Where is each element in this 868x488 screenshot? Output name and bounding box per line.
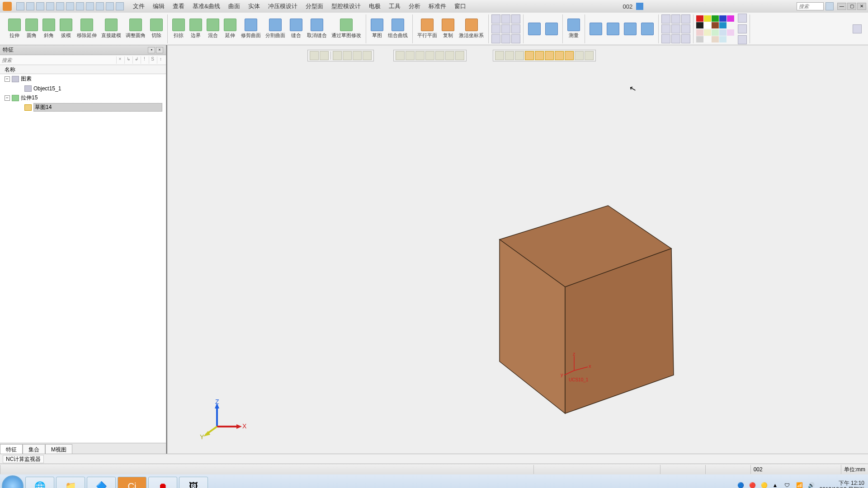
collapse-icon[interactable]: − bbox=[5, 95, 10, 101]
menu-press[interactable]: 冲压模设计 bbox=[264, 0, 301, 12]
ribbon-sketch-mod[interactable]: 通过草图修改 bbox=[330, 18, 363, 40]
mold1-icon[interactable] bbox=[495, 51, 504, 60]
mold4-icon[interactable] bbox=[525, 51, 534, 60]
ribbon-chamfer[interactable]: 斜角 bbox=[41, 18, 57, 40]
qat-save-icon[interactable] bbox=[16, 2, 24, 10]
ribbon-extrude[interactable]: 拉伸 bbox=[6, 18, 23, 40]
task-item-cimatron[interactable]: Ci bbox=[118, 477, 146, 488]
minimize-button[interactable]: — bbox=[837, 3, 846, 10]
ribbon-fillet[interactable]: 圆角 bbox=[24, 18, 40, 40]
tab-features[interactable]: 特征 bbox=[0, 444, 23, 454]
close-button[interactable]: ✕ bbox=[857, 3, 866, 10]
ribbon-direct[interactable]: 直接建模 bbox=[99, 18, 123, 40]
color-swatch[interactable] bbox=[712, 29, 719, 36]
eyedropper-icon[interactable] bbox=[738, 24, 747, 33]
menu-cavity[interactable]: 型腔模设计 bbox=[328, 0, 364, 12]
color-swatch[interactable] bbox=[704, 15, 711, 22]
color-swatch[interactable] bbox=[704, 29, 711, 36]
vis3-icon[interactable] bbox=[435, 51, 444, 60]
qat-btn10-icon[interactable] bbox=[106, 2, 114, 10]
ribbon-dim-grid[interactable] bbox=[491, 14, 520, 43]
qat-open-icon[interactable] bbox=[26, 2, 34, 10]
search-opt-s[interactable]: S bbox=[149, 56, 156, 64]
filter4-icon[interactable] bbox=[363, 51, 372, 60]
search-opt5-icon[interactable]: ↕ bbox=[157, 56, 164, 64]
ribbon-zoom-fit[interactable] bbox=[622, 22, 638, 36]
mold6-icon[interactable] bbox=[545, 51, 554, 60]
ribbon-link[interactable] bbox=[526, 22, 542, 36]
collapse-icon[interactable]: − bbox=[5, 76, 10, 82]
maximize-button[interactable]: ▢ bbox=[847, 3, 856, 10]
filter1-icon[interactable] bbox=[333, 51, 342, 60]
ribbon-measure[interactable]: 测量 bbox=[566, 18, 582, 40]
color-swatch[interactable] bbox=[712, 15, 719, 22]
panel-close-icon[interactable]: × bbox=[156, 47, 163, 53]
mold8-icon[interactable] bbox=[565, 51, 574, 60]
menu-datum[interactable]: 基准&曲线 bbox=[189, 0, 224, 12]
tree-node-sketch14[interactable]: 草图14 bbox=[0, 103, 166, 112]
menu-electrode[interactable]: 电极 bbox=[365, 0, 384, 12]
feature-tree[interactable]: − 图素 Object15_1 − 拉伸15 草图14 bbox=[0, 74, 166, 443]
color-swatch[interactable] bbox=[712, 22, 719, 28]
lines-icon[interactable] bbox=[738, 14, 747, 23]
taskbar-clock[interactable]: 下午 12:10 2019/12/13 星期五 bbox=[820, 480, 864, 488]
color-grid-1[interactable] bbox=[696, 15, 734, 28]
ribbon-zoom-out[interactable] bbox=[605, 22, 621, 36]
tray-icon-5[interactable]: 🛡 bbox=[784, 482, 793, 488]
select-icon[interactable] bbox=[310, 51, 319, 60]
ribbon-boundary[interactable]: 边界 bbox=[188, 18, 204, 40]
tree-node-elements[interactable]: − 图素 bbox=[0, 74, 166, 84]
ribbon-collapse-icon[interactable] bbox=[853, 24, 862, 33]
tray-icon-3[interactable]: 🟡 bbox=[761, 482, 769, 488]
ribbon-sweep[interactable]: 扫掠 bbox=[170, 18, 187, 40]
ribbon-sketch[interactable]: 草图 bbox=[369, 18, 385, 40]
qat-btn4-icon[interactable] bbox=[46, 2, 54, 10]
ribbon-history[interactable] bbox=[543, 22, 560, 36]
vis4-icon[interactable] bbox=[445, 51, 454, 60]
color-swatch[interactable] bbox=[696, 22, 703, 28]
task-item-1[interactable]: 🌐 bbox=[25, 477, 54, 488]
qat-btn7-icon[interactable] bbox=[76, 2, 84, 10]
menu-view[interactable]: 查看 bbox=[169, 0, 188, 12]
vis5-icon[interactable] bbox=[455, 51, 464, 60]
color-swatch[interactable] bbox=[727, 29, 734, 36]
mold2-icon[interactable] bbox=[505, 51, 514, 60]
search-opt1-icon[interactable]: ↳ bbox=[124, 56, 132, 64]
3d-viewport[interactable]: z x y UCS10_1 Z X Y ↖ bbox=[166, 45, 868, 454]
vis1-icon[interactable] bbox=[415, 51, 425, 60]
ribbon-view-grid[interactable] bbox=[661, 14, 690, 43]
ribbon-remove-extend[interactable]: 移除延伸 bbox=[75, 18, 99, 40]
qat-btn11-icon[interactable] bbox=[116, 2, 124, 10]
menu-surface[interactable]: 曲面 bbox=[225, 0, 244, 12]
panel-pin-icon[interactable]: ▪ bbox=[148, 47, 155, 53]
ribbon-copy[interactable]: 复制 bbox=[440, 18, 456, 40]
ribbon-compcurve[interactable]: 组合曲线 bbox=[386, 18, 410, 40]
ribbon-zoom-in[interactable] bbox=[588, 22, 604, 36]
ribbon-cut[interactable]: 切除 bbox=[148, 18, 165, 40]
ribbon-draft[interactable]: 拔模 bbox=[58, 18, 74, 40]
select-box-icon[interactable] bbox=[320, 51, 329, 60]
bulb-off-icon[interactable] bbox=[396, 51, 405, 60]
bulb-on-icon[interactable] bbox=[406, 51, 415, 60]
panel-search-input[interactable] bbox=[2, 57, 115, 63]
qat-btn3-icon[interactable] bbox=[36, 2, 44, 10]
menu-file[interactable]: 文件 bbox=[129, 0, 148, 12]
task-item-image[interactable]: 🖼 bbox=[179, 477, 208, 488]
color-swatch[interactable] bbox=[719, 29, 726, 36]
menu-window[interactable]: 窗口 bbox=[451, 0, 470, 12]
color-swatch[interactable] bbox=[704, 22, 711, 28]
search-opt2-icon[interactable]: ↲ bbox=[132, 56, 140, 64]
qat-btn6-icon[interactable] bbox=[66, 2, 74, 10]
ribbon-trim[interactable]: 修剪曲面 bbox=[239, 18, 263, 40]
ribbon-unsew[interactable]: 取消缝合 bbox=[305, 18, 329, 40]
tab-mview[interactable]: M视图 bbox=[45, 444, 72, 454]
tray-volume-icon[interactable]: 🔊 bbox=[808, 482, 816, 488]
menu-tools[interactable]: 工具 bbox=[385, 0, 404, 12]
qat-undo-icon[interactable] bbox=[86, 2, 94, 10]
tree-node-extrude15[interactable]: − 拉伸15 bbox=[0, 93, 166, 103]
tray-icon-6[interactable]: 📶 bbox=[796, 482, 804, 488]
task-item-explorer[interactable]: 📁 bbox=[56, 477, 85, 488]
mold5-icon[interactable] bbox=[535, 51, 544, 60]
task-item-record[interactable]: ⏺ bbox=[148, 477, 177, 488]
menu-solid[interactable]: 实体 bbox=[245, 0, 264, 12]
